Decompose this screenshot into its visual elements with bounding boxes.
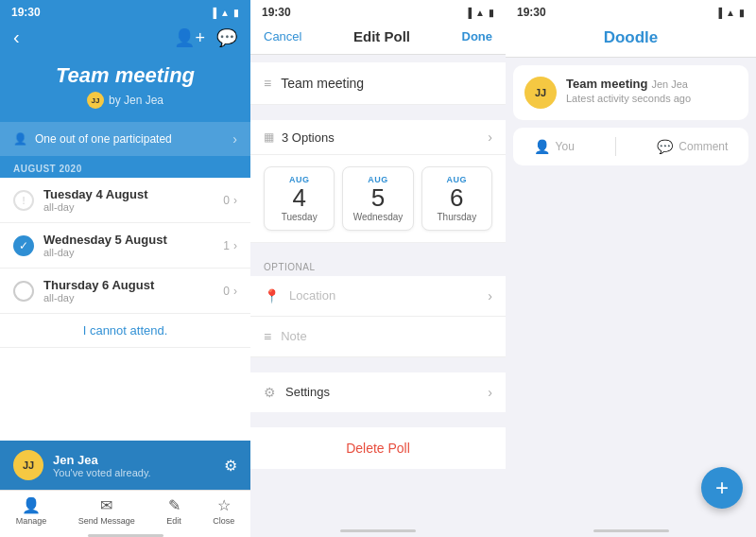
location-icon: 📍 bbox=[264, 288, 280, 303]
status-bar-2: 19:30 ▐ ▲ ▮ bbox=[250, 0, 506, 23]
delete-poll-button[interactable]: Delete Poll bbox=[250, 427, 506, 469]
day-thursday: Thursday bbox=[426, 212, 488, 222]
date-card-thu[interactable]: AUG 6 Thursday bbox=[421, 166, 492, 231]
chevron-icon: › bbox=[233, 239, 237, 252]
app-title: Doodle bbox=[604, 28, 659, 47]
bottom-user-bar: JJ Jen Jea You've voted already. ⚙ bbox=[0, 441, 250, 490]
edit-poll-content: ≡ Team meeting ▦ 3 Options › AUG 4 Tuesd… bbox=[250, 55, 506, 524]
note-text: Note bbox=[281, 329, 492, 343]
home-indicator-3 bbox=[506, 524, 756, 537]
date-card-tue[interactable]: AUG 4 Tuesday bbox=[264, 166, 335, 231]
date-item-thursday[interactable]: Thursday 6 August all-day 0 › bbox=[0, 268, 250, 314]
meeting-header: Team meeting JJ by Jen Jea bbox=[0, 56, 250, 122]
panel-vote: 19:30 ▐ ▲ ▮ ‹ 👤+ 💬 Team meeting JJ by Je… bbox=[0, 0, 250, 537]
back-button[interactable]: ‹ bbox=[13, 26, 20, 48]
tab-edit[interactable]: ✎ Edit bbox=[166, 496, 181, 526]
date-name-thursday: Thursday 6 August bbox=[43, 278, 214, 292]
vote-circle-wednesday: ✓ bbox=[13, 235, 34, 256]
action-you[interactable]: 👤 You bbox=[534, 137, 575, 156]
action-divider bbox=[615, 137, 616, 156]
settings-gear-icon: ⚙ bbox=[264, 385, 276, 400]
location-row[interactable]: 📍 Location › bbox=[250, 276, 506, 317]
cancel-button[interactable]: Cancel bbox=[264, 29, 301, 43]
day-tuesday: Tuesday bbox=[268, 212, 330, 222]
comment-icon: 💬 bbox=[657, 139, 673, 154]
date-sub-thursday: all-day bbox=[43, 292, 214, 303]
activity-author: Jen Jea bbox=[651, 78, 688, 90]
tab-close-label: Close bbox=[213, 516, 234, 526]
settings-text: Settings bbox=[285, 385, 478, 399]
wifi-icon: ▲ bbox=[220, 8, 230, 18]
date-name-tuesday: Tuesday 4 August bbox=[43, 187, 214, 201]
team-meeting-text: Team meeting bbox=[281, 76, 364, 91]
action-comment-label: Comment bbox=[679, 140, 728, 153]
person-icon: 👤 bbox=[13, 132, 27, 146]
home-indicator-2 bbox=[250, 524, 506, 537]
date-info-thursday: Thursday 6 August all-day bbox=[43, 278, 214, 303]
tab-close[interactable]: ☆ Close bbox=[213, 496, 234, 526]
activity-avatar: JJ bbox=[524, 77, 557, 109]
meeting-title: Team meeting bbox=[15, 63, 235, 88]
location-text: Location bbox=[289, 288, 478, 303]
person-icon: 👤 bbox=[534, 139, 550, 154]
wifi-icon-2: ▲ bbox=[475, 8, 485, 18]
participation-bar[interactable]: 👤 One out of one participated › bbox=[0, 122, 250, 156]
tab-send-label: Send Message bbox=[78, 516, 135, 526]
user-name: Jen Jea bbox=[53, 453, 215, 467]
date-item-tuesday[interactable]: ! Tuesday 4 August all-day 0 › bbox=[0, 178, 250, 223]
date-info-wednesday: Wednesday 5 August all-day bbox=[43, 233, 214, 258]
settings-row[interactable]: ⚙ Settings › bbox=[250, 372, 506, 412]
status-bar-3: 19:30 ▐ ▲ ▮ bbox=[506, 0, 756, 23]
hamburger-icon: ≡ bbox=[264, 76, 271, 91]
activity-meeting-title: Team meeting bbox=[566, 77, 647, 91]
home-indicator-1 bbox=[0, 533, 250, 537]
gear-icon[interactable]: ⚙ bbox=[224, 457, 237, 475]
panel-edit-poll: 19:30 ▐ ▲ ▮ Cancel Edit Poll Done ≡ Team… bbox=[250, 0, 506, 537]
home-bar-3 bbox=[593, 529, 669, 532]
date-name-wednesday: Wednesday 5 August bbox=[43, 233, 214, 247]
user-sub: You've voted already. bbox=[53, 467, 215, 478]
actions-row: 👤 You 💬 Comment bbox=[513, 128, 748, 165]
add-person-icon[interactable]: 👤+ bbox=[174, 27, 205, 48]
count-chevron-tuesday: 0 › bbox=[223, 194, 237, 207]
cannot-attend-link[interactable]: I cannot attend. bbox=[0, 314, 250, 348]
action-comment[interactable]: 💬 Comment bbox=[657, 137, 728, 156]
user-info: Jen Jea You've voted already. bbox=[53, 453, 215, 478]
tab-edit-label: Edit bbox=[166, 516, 181, 526]
optional-label: OPTIONAL bbox=[250, 252, 506, 276]
calendar-icon: ▦ bbox=[264, 130, 274, 144]
date-item-wednesday[interactable]: ✓ Wednesday 5 August all-day 1 › bbox=[0, 223, 250, 268]
activity-info: Team meeting Jen Jea Latest activity sec… bbox=[566, 77, 737, 104]
options-header[interactable]: ▦ 3 Options › bbox=[250, 120, 506, 155]
count-chevron-thursday: 0 › bbox=[223, 285, 237, 298]
fab-plus-icon: + bbox=[715, 475, 729, 501]
signal-icon: ▐ bbox=[210, 8, 216, 18]
options-left: ▦ 3 Options bbox=[264, 130, 335, 145]
date-sub-tuesday: all-day bbox=[43, 201, 214, 213]
day-num-5: 5 bbox=[347, 184, 408, 212]
chat-icon[interactable]: 💬 bbox=[216, 27, 237, 48]
meeting-by: JJ by Jen Jea bbox=[15, 92, 235, 109]
fab-button[interactable]: + bbox=[701, 467, 743, 509]
options-section: ▦ 3 Options › AUG 4 Tuesday AUG 5 Wednes… bbox=[250, 120, 506, 243]
activity-card: JJ Team meeting Jen Jea Latest activity … bbox=[513, 65, 748, 120]
nav-right-icons: 👤+ 💬 bbox=[174, 27, 237, 48]
note-row[interactable]: ≡ Note bbox=[250, 317, 506, 357]
done-button[interactable]: Done bbox=[462, 29, 493, 43]
top-nav-1: ‹ 👤+ 💬 bbox=[0, 23, 250, 56]
tab-manage[interactable]: 👤 Manage bbox=[16, 496, 47, 526]
status-icons-1: ▐ ▲ ▮ bbox=[210, 8, 239, 18]
time-1: 19:30 bbox=[11, 6, 41, 19]
tab-manage-label: Manage bbox=[16, 516, 47, 526]
day-wednesday: Wednesday bbox=[347, 212, 408, 222]
checkmark-icon: ✓ bbox=[19, 239, 28, 252]
day-num-4: 4 bbox=[268, 184, 330, 212]
battery-icon-3: ▮ bbox=[739, 8, 745, 18]
tab-send-message[interactable]: ✉ Send Message bbox=[78, 496, 135, 526]
send-message-icon: ✉ bbox=[100, 496, 112, 514]
date-card-wed[interactable]: AUG 5 Wednesday bbox=[342, 166, 413, 231]
activity-title-row: Team meeting Jen Jea bbox=[566, 77, 737, 91]
team-meeting-row[interactable]: ≡ Team meeting bbox=[250, 62, 506, 105]
exclamation-icon: ! bbox=[22, 195, 26, 206]
options-chevron: › bbox=[488, 130, 492, 145]
